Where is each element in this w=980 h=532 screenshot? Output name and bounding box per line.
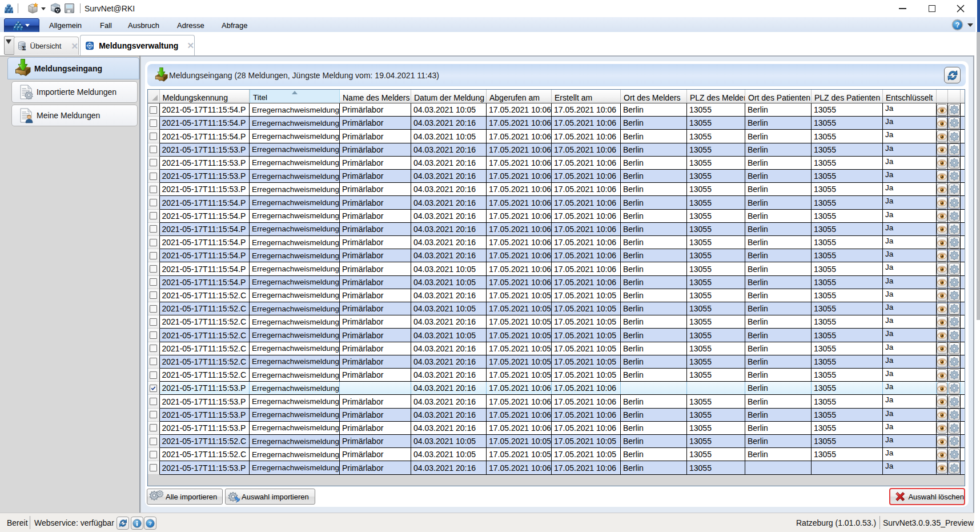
svg-text:?: ?	[148, 520, 152, 526]
svg-text:?: ?	[955, 21, 960, 29]
svg-text:Σ: Σ	[22, 45, 26, 51]
